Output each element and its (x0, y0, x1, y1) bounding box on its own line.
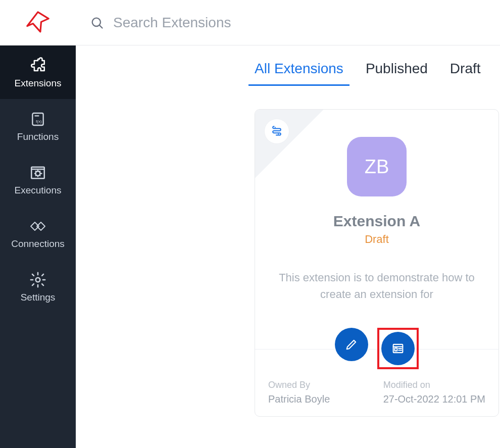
search-icon (90, 16, 104, 30)
modified-col: Modified on 27-Oct-2022 12:01 PM (383, 380, 485, 405)
highlight-box (377, 328, 419, 369)
logo[interactable] (0, 0, 76, 45)
svg-text:f(x): f(x) (36, 119, 42, 124)
modified-label: Modified on (383, 380, 485, 390)
card-corner (255, 110, 323, 178)
search-input[interactable] (113, 15, 486, 31)
sidebar-item-label: Connections (2, 238, 74, 250)
sidebar-item-functions[interactable]: f(x) Functions (0, 99, 76, 153)
extension-name: Extension A (333, 213, 420, 230)
tab-published[interactable]: Published (366, 58, 428, 85)
card-row: ZB Extension A Draft This extension is t… (88, 109, 488, 417)
svg-line-6 (99, 25, 103, 28)
modified-value: 27-Oct-2022 12:01 PM (383, 393, 485, 405)
logo-icon (25, 10, 51, 36)
search-bar (76, 0, 500, 45)
extension-type-icon (264, 119, 289, 144)
pencil-icon (344, 337, 359, 352)
tab-all-extensions[interactable]: All Extensions (255, 58, 343, 85)
status-badge: Draft (365, 233, 389, 246)
extension-description: This extension is to demonstrate how to … (255, 269, 498, 303)
svg-point-4 (36, 278, 40, 282)
owned-by-col: Owned By Patricia Boyle (268, 380, 330, 405)
sidebar-item-executions[interactable]: Executions (0, 153, 76, 206)
edit-button[interactable] (335, 328, 368, 361)
content: All Extensions Published Draft Z (76, 45, 500, 448)
gear-icon (2, 271, 74, 289)
puzzle-icon (2, 57, 74, 75)
tabs: All Extensions Published Draft (88, 58, 488, 85)
sidebar-item-label: Functions (2, 131, 74, 142)
app-root: Extensions f(x) Functions (0, 0, 500, 448)
executions-icon (2, 164, 74, 182)
avatar: ZB (347, 137, 407, 196)
svg-point-7 (275, 127, 276, 128)
window-icon (391, 341, 405, 356)
sidebar: Extensions f(x) Functions (0, 0, 76, 448)
sidebar-item-connections[interactable]: Connections (0, 206, 76, 260)
tab-draft[interactable]: Draft (450, 58, 481, 85)
svg-rect-11 (395, 348, 397, 351)
sidebar-item-settings[interactable]: Settings (0, 260, 76, 313)
sidebar-item-label: Executions (2, 185, 74, 196)
sidebar-item-extensions[interactable]: Extensions (0, 45, 76, 99)
owned-by-value: Patricia Boyle (268, 393, 330, 405)
function-icon: f(x) (2, 110, 74, 128)
owned-by-label: Owned By (268, 380, 330, 390)
publish-button[interactable] (381, 332, 415, 365)
connections-icon (2, 217, 74, 235)
sidebar-item-label: Settings (2, 292, 74, 303)
extension-card[interactable]: ZB Extension A Draft This extension is t… (255, 109, 499, 417)
card-actions (255, 328, 498, 374)
main: All Extensions Published Draft Z (76, 0, 500, 448)
svg-point-8 (278, 133, 279, 134)
sidebar-item-label: Extensions (2, 78, 74, 89)
